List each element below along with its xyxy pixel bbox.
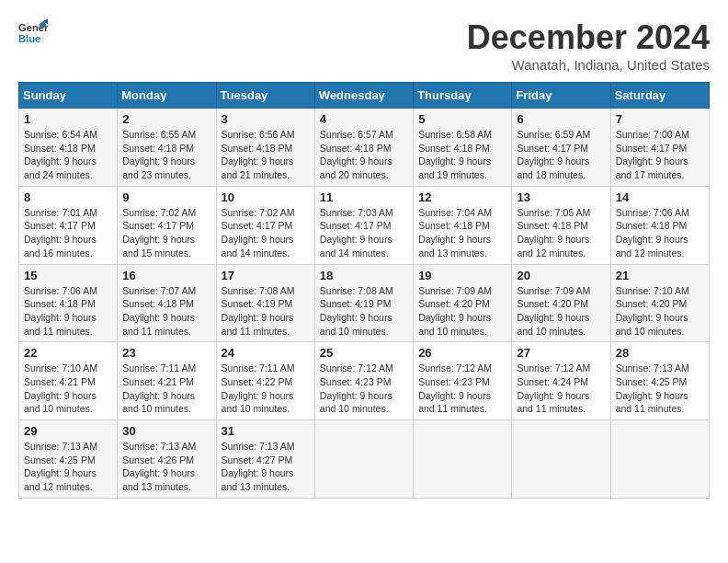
day-info: Sunrise: 7:13 AM Sunset: 4:27 PM Dayligh… <box>222 440 310 494</box>
day-number: 13 <box>517 190 605 204</box>
calendar-cell: 14 Sunrise: 7:06 AM Sunset: 4:18 PM Dayl… <box>610 186 709 264</box>
day-number: 14 <box>616 190 704 204</box>
calendar-cell: 17 Sunrise: 7:08 AM Sunset: 4:19 PM Dayl… <box>216 264 314 342</box>
day-info: Sunrise: 6:54 AM Sunset: 4:18 PM Dayligh… <box>24 128 112 182</box>
day-info: Sunrise: 6:55 AM Sunset: 4:18 PM Dayligh… <box>122 128 210 182</box>
calendar-cell: 28 Sunrise: 7:13 AM Sunset: 4:25 PM Dayl… <box>610 342 709 420</box>
day-number: 4 <box>320 112 408 126</box>
calendar-header-thursday: Thursday <box>414 83 512 109</box>
day-info: Sunrise: 7:13 AM Sunset: 4:26 PM Dayligh… <box>122 440 210 494</box>
day-number: 26 <box>418 346 506 360</box>
calendar-cell: 29 Sunrise: 7:13 AM Sunset: 4:25 PM Dayl… <box>19 420 118 499</box>
calendar-cell <box>512 420 610 499</box>
day-info: Sunrise: 6:56 AM Sunset: 4:18 PM Dayligh… <box>222 128 310 182</box>
calendar-cell: 24 Sunrise: 7:11 AM Sunset: 4:22 PM Dayl… <box>216 342 314 420</box>
day-number: 11 <box>320 190 408 204</box>
calendar-cell: 27 Sunrise: 7:12 AM Sunset: 4:24 PM Dayl… <box>512 342 610 420</box>
day-info: Sunrise: 7:13 AM Sunset: 4:25 PM Dayligh… <box>616 362 704 416</box>
calendar-cell: 21 Sunrise: 7:10 AM Sunset: 4:20 PM Dayl… <box>610 264 709 342</box>
day-info: Sunrise: 6:58 AM Sunset: 4:18 PM Dayligh… <box>418 128 506 182</box>
day-number: 15 <box>24 269 112 282</box>
day-info: Sunrise: 7:02 AM Sunset: 4:17 PM Dayligh… <box>222 206 310 260</box>
day-number: 10 <box>222 190 310 204</box>
calendar-cell: 12 Sunrise: 7:04 AM Sunset: 4:18 PM Dayl… <box>414 186 512 264</box>
calendar-cell: 18 Sunrise: 7:08 AM Sunset: 4:19 PM Dayl… <box>314 264 413 342</box>
day-number: 9 <box>122 190 210 204</box>
calendar-header-sunday: Sunday <box>19 83 118 109</box>
calendar-cell: 13 Sunrise: 7:05 AM Sunset: 4:18 PM Dayl… <box>512 186 610 264</box>
day-info: Sunrise: 7:03 AM Sunset: 4:17 PM Dayligh… <box>320 206 408 260</box>
day-info: Sunrise: 7:06 AM Sunset: 4:18 PM Dayligh… <box>24 284 112 339</box>
logo: General Blue <box>18 18 48 48</box>
day-info: Sunrise: 7:10 AM Sunset: 4:21 PM Dayligh… <box>24 362 112 416</box>
calendar-cell: 5 Sunrise: 6:58 AM Sunset: 4:18 PM Dayli… <box>414 109 512 187</box>
calendar-header-monday: Monday <box>118 83 216 109</box>
day-info: Sunrise: 6:57 AM Sunset: 4:18 PM Dayligh… <box>320 128 408 182</box>
calendar-cell: 19 Sunrise: 7:09 AM Sunset: 4:20 PM Dayl… <box>414 264 512 342</box>
day-number: 18 <box>320 269 408 282</box>
day-info: Sunrise: 7:09 AM Sunset: 4:20 PM Dayligh… <box>418 284 506 339</box>
day-info: Sunrise: 7:12 AM Sunset: 4:24 PM Dayligh… <box>517 362 605 416</box>
calendar-week-row: 8 Sunrise: 7:01 AM Sunset: 4:17 PM Dayli… <box>19 186 710 264</box>
day-number: 3 <box>222 112 310 126</box>
calendar-header-tuesday: Tuesday <box>216 83 314 109</box>
calendar-cell <box>414 420 512 499</box>
calendar-cell: 11 Sunrise: 7:03 AM Sunset: 4:17 PM Dayl… <box>314 186 413 264</box>
svg-text:Blue: Blue <box>18 33 40 44</box>
day-number: 22 <box>24 346 112 360</box>
day-number: 1 <box>24 112 112 126</box>
day-info: Sunrise: 7:06 AM Sunset: 4:18 PM Dayligh… <box>616 206 704 260</box>
day-info: Sunrise: 7:09 AM Sunset: 4:20 PM Dayligh… <box>517 284 605 339</box>
calendar-header-wednesday: Wednesday <box>314 83 413 109</box>
page-header: General Blue December 2024 Wanatah, Indi… <box>18 18 710 73</box>
day-number: 6 <box>517 112 605 126</box>
day-number: 21 <box>616 269 704 282</box>
day-number: 24 <box>222 346 310 360</box>
day-info: Sunrise: 7:12 AM Sunset: 4:23 PM Dayligh… <box>418 362 506 416</box>
logo-icon: General Blue <box>18 18 48 48</box>
day-number: 31 <box>222 424 310 438</box>
day-number: 5 <box>418 112 506 126</box>
day-info: Sunrise: 7:11 AM Sunset: 4:21 PM Dayligh… <box>122 362 210 416</box>
day-number: 19 <box>418 269 506 282</box>
calendar-header-friday: Friday <box>512 83 610 109</box>
title-area: December 2024 Wanatah, Indiana, United S… <box>467 18 710 73</box>
calendar-cell: 7 Sunrise: 7:00 AM Sunset: 4:17 PM Dayli… <box>610 109 709 187</box>
calendar-week-row: 1 Sunrise: 6:54 AM Sunset: 4:18 PM Dayli… <box>19 109 710 187</box>
day-info: Sunrise: 7:10 AM Sunset: 4:20 PM Dayligh… <box>616 284 704 339</box>
day-number: 23 <box>122 346 210 360</box>
calendar-cell: 26 Sunrise: 7:12 AM Sunset: 4:23 PM Dayl… <box>414 342 512 420</box>
day-number: 30 <box>122 424 210 438</box>
calendar-cell: 16 Sunrise: 7:07 AM Sunset: 4:18 PM Dayl… <box>118 264 216 342</box>
day-info: Sunrise: 6:59 AM Sunset: 4:17 PM Dayligh… <box>517 128 605 182</box>
calendar-header-saturday: Saturday <box>610 83 709 109</box>
day-number: 7 <box>616 112 704 126</box>
calendar-week-row: 15 Sunrise: 7:06 AM Sunset: 4:18 PM Dayl… <box>19 264 710 342</box>
calendar-cell: 8 Sunrise: 7:01 AM Sunset: 4:17 PM Dayli… <box>19 186 118 264</box>
month-title: December 2024 <box>467 18 710 57</box>
day-number: 17 <box>222 269 310 282</box>
calendar-cell: 23 Sunrise: 7:11 AM Sunset: 4:21 PM Dayl… <box>118 342 216 420</box>
calendar-cell: 30 Sunrise: 7:13 AM Sunset: 4:26 PM Dayl… <box>118 420 216 499</box>
calendar-cell: 6 Sunrise: 6:59 AM Sunset: 4:17 PM Dayli… <box>512 109 610 187</box>
calendar-cell: 10 Sunrise: 7:02 AM Sunset: 4:17 PM Dayl… <box>216 186 314 264</box>
day-number: 25 <box>320 346 408 360</box>
day-number: 27 <box>517 346 605 360</box>
location: Wanatah, Indiana, United States <box>467 57 710 73</box>
calendar-cell: 31 Sunrise: 7:13 AM Sunset: 4:27 PM Dayl… <box>216 420 314 499</box>
calendar-cell: 25 Sunrise: 7:12 AM Sunset: 4:23 PM Dayl… <box>314 342 413 420</box>
calendar-cell: 4 Sunrise: 6:57 AM Sunset: 4:18 PM Dayli… <box>314 109 413 187</box>
calendar-cell: 2 Sunrise: 6:55 AM Sunset: 4:18 PM Dayli… <box>118 109 216 187</box>
day-info: Sunrise: 7:12 AM Sunset: 4:23 PM Dayligh… <box>320 362 408 416</box>
calendar-week-row: 22 Sunrise: 7:10 AM Sunset: 4:21 PM Dayl… <box>19 342 710 420</box>
day-info: Sunrise: 7:00 AM Sunset: 4:17 PM Dayligh… <box>616 128 704 182</box>
day-number: 20 <box>517 269 605 282</box>
day-info: Sunrise: 7:05 AM Sunset: 4:18 PM Dayligh… <box>517 206 605 260</box>
calendar-cell: 3 Sunrise: 6:56 AM Sunset: 4:18 PM Dayli… <box>216 109 314 187</box>
calendar-cell <box>610 420 709 499</box>
calendar-table: SundayMondayTuesdayWednesdayThursdayFrid… <box>18 82 710 499</box>
day-info: Sunrise: 7:11 AM Sunset: 4:22 PM Dayligh… <box>222 362 310 416</box>
day-number: 2 <box>122 112 210 126</box>
day-info: Sunrise: 7:02 AM Sunset: 4:17 PM Dayligh… <box>122 206 210 260</box>
day-number: 28 <box>616 346 704 360</box>
